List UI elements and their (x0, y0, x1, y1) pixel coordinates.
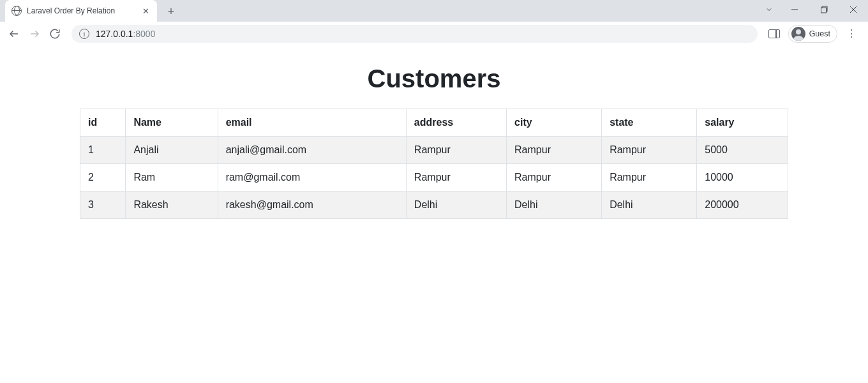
close-window-button[interactable] (839, 0, 868, 19)
side-panel-button[interactable] (765, 25, 783, 43)
cell-name: Anjali (126, 137, 218, 164)
col-name: Name (126, 109, 218, 137)
cell-state: Rampur (602, 164, 697, 192)
page-title: Customers (80, 64, 788, 93)
globe-icon (11, 6, 22, 16)
profile-button[interactable]: Guest (788, 25, 837, 43)
cell-id: 2 (80, 164, 126, 192)
reload-button[interactable] (46, 25, 64, 43)
cell-city: Rampur (507, 137, 602, 164)
cell-address: Rampur (406, 164, 506, 192)
col-city: city (507, 109, 602, 137)
table-row: 1 Anjali anjali@gmail.com Rampur Rampur … (80, 137, 788, 164)
page-content: Customers id Name email address city sta… (0, 45, 868, 219)
col-email: email (218, 109, 406, 137)
avatar-icon (791, 27, 805, 41)
maximize-button[interactable] (809, 0, 839, 19)
cell-salary: 10000 (697, 164, 788, 192)
cell-address: Rampur (406, 137, 506, 164)
cell-email: rakesh@gmail.com (218, 192, 406, 219)
cell-address: Delhi (406, 192, 506, 219)
cell-name: Ram (126, 164, 218, 192)
col-state: state (602, 109, 697, 137)
table-row: 3 Rakesh rakesh@gmail.com Delhi Delhi De… (80, 192, 788, 219)
cell-state: Rampur (602, 137, 697, 164)
cell-name: Rakesh (126, 192, 218, 219)
svg-rect-1 (821, 8, 827, 13)
panel-icon (768, 29, 780, 38)
browser-tab[interactable]: Laravel Order By Relation ✕ (5, 0, 157, 22)
customers-table: id Name email address city state salary … (80, 109, 788, 219)
table-row: 2 Ram ram@gmail.com Rampur Rampur Rampur… (80, 164, 788, 192)
close-tab-icon[interactable]: ✕ (140, 6, 151, 16)
tab-strip: Laravel Order By Relation ✕ + (0, 0, 868, 22)
forward-button[interactable] (26, 25, 43, 43)
cell-salary: 200000 (697, 192, 788, 219)
col-id: id (80, 109, 126, 137)
cell-email: ram@gmail.com (218, 164, 406, 192)
tab-title: Laravel Order By Relation (27, 6, 135, 15)
col-salary: salary (697, 109, 788, 137)
cell-id: 1 (80, 137, 126, 164)
cell-email: anjali@gmail.com (218, 137, 406, 164)
back-button[interactable] (5, 25, 23, 43)
browser-menu-button[interactable]: ⋮ (842, 25, 860, 43)
table-header-row: id Name email address city state salary (80, 109, 788, 137)
url-text: 127.0.0.1:8000 (96, 29, 155, 39)
cell-city: Rampur (507, 164, 602, 192)
col-address: address (406, 109, 506, 137)
site-info-icon[interactable]: i (79, 29, 89, 39)
cell-city: Delhi (507, 192, 602, 219)
cell-state: Delhi (602, 192, 697, 219)
browser-toolbar: i 127.0.0.1:8000 Guest ⋮ (0, 22, 868, 45)
window-controls (758, 0, 868, 19)
address-bar[interactable]: i 127.0.0.1:8000 (71, 25, 758, 43)
minimize-button[interactable] (780, 0, 809, 19)
profile-label: Guest (809, 29, 830, 38)
browser-chrome: Laravel Order By Relation ✕ + (0, 0, 868, 45)
toolbar-right: Guest ⋮ (765, 25, 863, 43)
cell-salary: 5000 (697, 137, 788, 164)
new-tab-button[interactable]: + (162, 3, 180, 20)
tab-search-button[interactable] (758, 0, 780, 19)
cell-id: 3 (80, 192, 126, 219)
